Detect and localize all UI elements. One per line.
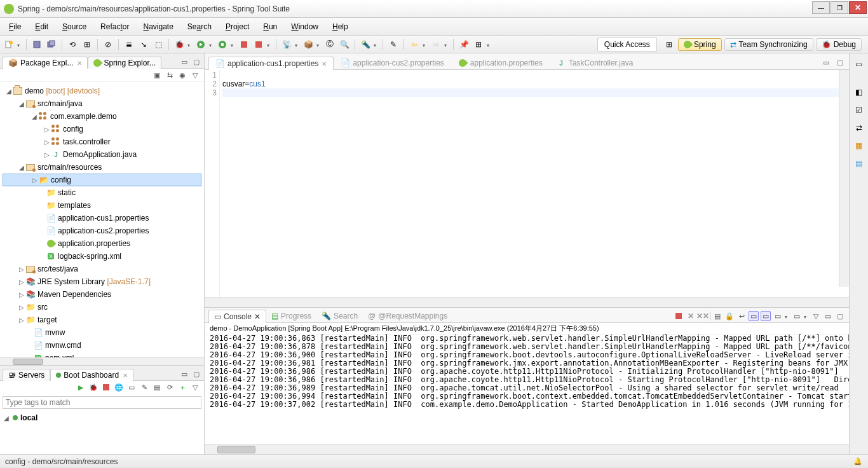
link-editor-button[interactable]: ⇆ <box>165 70 175 80</box>
link-icon[interactable]: ⇄ <box>852 121 866 135</box>
close-icon[interactable]: ✕ <box>123 372 128 379</box>
new-server-button[interactable]: 📡 <box>280 38 293 51</box>
pin-console-button[interactable]: ▭ <box>773 311 783 321</box>
display-console-button[interactable]: ▭ <box>792 311 802 321</box>
tab-progress[interactable]: ▤Progress <box>266 310 316 322</box>
edit-button[interactable]: ✎ <box>139 382 149 392</box>
refresh-button[interactable]: ⟳ <box>165 382 175 392</box>
menu-project[interactable]: Project <box>219 20 255 34</box>
minimize-editor-button[interactable]: ▭ <box>821 57 831 67</box>
package-explorer-tree[interactable]: ◢demo [boot] [devtools] ◢src/main/java ◢… <box>0 82 204 357</box>
tree-node-src-test[interactable]: ▷src/test/java <box>3 263 201 275</box>
coverage-button[interactable] <box>216 38 229 51</box>
menu-run[interactable]: Run <box>257 20 283 34</box>
restore-view-button[interactable]: ▭ <box>852 57 866 71</box>
close-button[interactable] <box>849 1 867 14</box>
close-icon[interactable]: ✕ <box>254 312 261 321</box>
last-edit-button[interactable]: ✎ <box>387 38 400 51</box>
scroll-lock-button[interactable]: 🔒 <box>724 311 735 321</box>
server-dropdown[interactable] <box>295 40 300 49</box>
show-console-button[interactable]: ▭ <box>749 311 759 321</box>
tree-node-config-folder[interactable]: ▷config <box>3 174 201 186</box>
tree-node-src-folder[interactable]: ▷src <box>3 301 201 313</box>
hierarchy-icon[interactable]: ▤ <box>852 156 866 170</box>
show-standard-button[interactable]: ▭ <box>761 311 771 321</box>
forward-dropdown[interactable] <box>444 40 449 49</box>
new-package-button[interactable]: 📦 <box>302 38 315 51</box>
editor-tab-cus2[interactable]: application-cus2.properties <box>334 56 451 69</box>
coverage-dropdown[interactable] <box>231 40 236 49</box>
minimize-view-button[interactable]: ▭ <box>179 57 189 67</box>
minimize-view-button[interactable]: ▭ <box>823 311 833 321</box>
menu-search[interactable]: Search <box>181 20 218 34</box>
focus-button[interactable]: ◉ <box>177 70 187 80</box>
view-menu-button[interactable]: ▽ <box>190 70 200 80</box>
menu-window[interactable]: Window <box>285 20 325 34</box>
console-button[interactable]: ▭ <box>126 382 137 392</box>
tree-node-src-main-java[interactable]: ◢src/main/java <box>3 97 201 110</box>
task-button[interactable]: ⊞ <box>472 38 485 51</box>
local-node[interactable]: ◢local <box>3 411 201 424</box>
editor-tab-task-controller[interactable]: TaskController.java <box>550 56 640 69</box>
stop-button[interactable] <box>252 38 265 51</box>
menu-refactor[interactable]: Refactor <box>94 20 135 34</box>
toggle-button[interactable]: ⊞ <box>81 38 93 51</box>
menu-source[interactable]: Source <box>56 20 93 34</box>
stop-button[interactable] <box>101 382 111 392</box>
run-button[interactable] <box>194 38 207 51</box>
filter-button[interactable]: ▤ <box>152 382 162 392</box>
new-button[interactable] <box>3 38 15 51</box>
open-perspective-button[interactable]: ⊞ <box>663 38 675 51</box>
tag-filter-input[interactable] <box>3 396 201 409</box>
minimize-button[interactable] <box>812 1 830 14</box>
tree-node-src-main-resources[interactable]: ◢src/main/resources <box>3 161 201 174</box>
menu-navigate[interactable]: Navigate <box>137 20 179 34</box>
globe-button[interactable]: 🌐 <box>114 382 124 392</box>
status-updates-icon[interactable]: 🔔 <box>853 457 863 467</box>
menu-file[interactable]: File <box>3 20 27 34</box>
tree-node-app-props[interactable]: application.properties <box>3 237 201 250</box>
remove-launch-button[interactable]: ✕ <box>686 311 696 321</box>
console-output[interactable]: 2016-04-27 19:00:36,863 [restartedMain] … <box>205 334 849 444</box>
tab-search[interactable]: 🔦Search <box>316 310 363 322</box>
tree-horizontal-scrollbar[interactable] <box>0 357 204 365</box>
menu-edit[interactable]: Edit <box>29 20 55 34</box>
tree-node-logback[interactable]: logback-spring.xml <box>3 250 201 263</box>
tab-package-explorer[interactable]: 📦Package Expl...✕ <box>3 57 88 69</box>
console-horizontal-scrollbar[interactable] <box>205 444 849 454</box>
tab-console[interactable]: ▭Console✕ <box>208 310 266 323</box>
maximize-editor-button[interactable]: ▢ <box>835 57 845 67</box>
debug-button[interactable]: 🐞 <box>173 38 186 51</box>
tree-node-package-demo[interactable]: ◢com.example.demo <box>3 110 201 123</box>
task-list-icon[interactable]: ☑ <box>852 103 866 117</box>
tree-node-app-cus2[interactable]: application-cus2.properties <box>3 224 201 237</box>
step-button[interactable]: ↘ <box>137 38 150 51</box>
resume-list-button[interactable]: ≣ <box>123 38 135 51</box>
terminate-button[interactable] <box>674 311 684 321</box>
open-type-button[interactable]: 🔍 <box>338 38 351 51</box>
maximize-button[interactable] <box>831 1 848 14</box>
add-button[interactable]: ＋ <box>177 382 187 392</box>
view-menu-button[interactable]: ▽ <box>190 382 200 392</box>
tree-node-package-task[interactable]: ▷task.controller <box>3 135 201 148</box>
close-icon[interactable]: ✕ <box>77 60 82 67</box>
remove-all-button[interactable]: ✕✕ <box>698 311 708 321</box>
save-all-button[interactable] <box>45 38 58 51</box>
tree-node-project[interactable]: ◢demo [boot] [devtools] <box>3 85 201 97</box>
maximize-view-button[interactable]: ▢ <box>191 57 201 67</box>
tree-node-maven[interactable]: ▷Maven Dependencies <box>3 288 201 301</box>
open-console-button[interactable]: ▽ <box>811 311 821 321</box>
tab-spring-explorer[interactable]: Spring Explor... <box>88 57 161 69</box>
debug-button[interactable]: 🐞 <box>88 382 98 392</box>
tab-servers[interactable]: 🖳Servers <box>3 369 50 381</box>
word-wrap-button[interactable]: ↩ <box>736 311 747 321</box>
start-button[interactable]: ▶ <box>76 382 86 392</box>
code-area[interactable]: cusvar=cus1 <box>220 70 849 297</box>
back-button[interactable]: ⇦ <box>408 38 421 51</box>
clear-console-button[interactable]: ▤ <box>712 311 722 321</box>
tab-request-mappings[interactable]: @@RequestMappings <box>363 310 452 322</box>
quick-access-input[interactable]: Quick Access <box>597 38 657 52</box>
tree-node-mvnw-cmd[interactable]: mvnw.cmd <box>3 339 201 352</box>
editor-horizontal-scrollbar[interactable] <box>205 297 849 307</box>
tree-node-package-config[interactable]: ▷config <box>3 123 201 135</box>
